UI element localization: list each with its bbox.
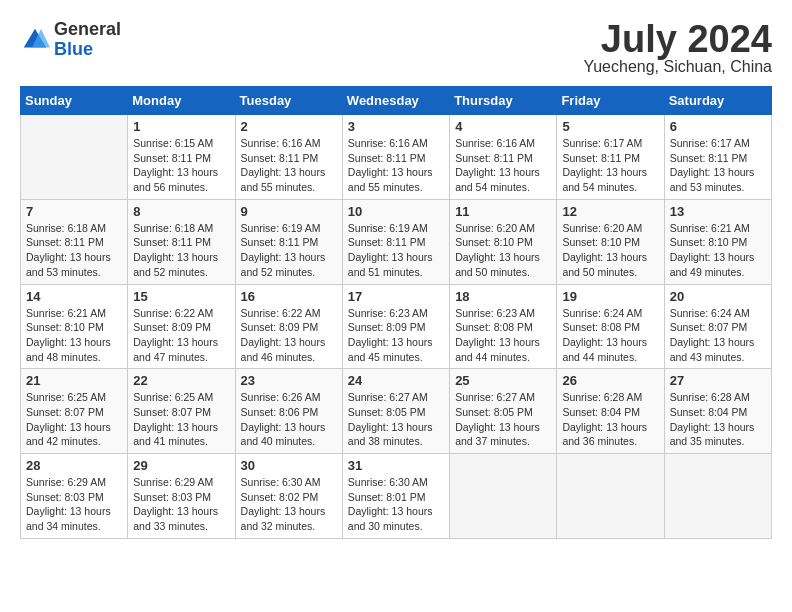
day-number: 22 xyxy=(133,373,229,388)
logo-icon xyxy=(20,25,50,55)
day-number: 30 xyxy=(241,458,337,473)
day-info: Sunrise: 6:21 AMSunset: 8:10 PMDaylight:… xyxy=(670,221,766,280)
day-info: Sunrise: 6:23 AMSunset: 8:08 PMDaylight:… xyxy=(455,306,551,365)
day-info: Sunrise: 6:22 AMSunset: 8:09 PMDaylight:… xyxy=(241,306,337,365)
day-info: Sunrise: 6:17 AMSunset: 8:11 PMDaylight:… xyxy=(670,136,766,195)
day-info: Sunrise: 6:25 AMSunset: 8:07 PMDaylight:… xyxy=(26,390,122,449)
calendar-day-cell xyxy=(450,454,557,539)
day-info: Sunrise: 6:29 AMSunset: 8:03 PMDaylight:… xyxy=(26,475,122,534)
day-number: 19 xyxy=(562,289,658,304)
day-number: 23 xyxy=(241,373,337,388)
day-info: Sunrise: 6:30 AMSunset: 8:02 PMDaylight:… xyxy=(241,475,337,534)
calendar-day-cell: 6Sunrise: 6:17 AMSunset: 8:11 PMDaylight… xyxy=(664,115,771,200)
day-number: 26 xyxy=(562,373,658,388)
calendar-week-row: 7Sunrise: 6:18 AMSunset: 8:11 PMDaylight… xyxy=(21,199,772,284)
calendar-day-cell: 1Sunrise: 6:15 AMSunset: 8:11 PMDaylight… xyxy=(128,115,235,200)
calendar-day-cell: 22Sunrise: 6:25 AMSunset: 8:07 PMDayligh… xyxy=(128,369,235,454)
day-number: 31 xyxy=(348,458,444,473)
day-info: Sunrise: 6:16 AMSunset: 8:11 PMDaylight:… xyxy=(348,136,444,195)
day-info: Sunrise: 6:18 AMSunset: 8:11 PMDaylight:… xyxy=(133,221,229,280)
weekday-header: Saturday xyxy=(664,87,771,115)
calendar-day-cell: 11Sunrise: 6:20 AMSunset: 8:10 PMDayligh… xyxy=(450,199,557,284)
calendar-day-cell: 8Sunrise: 6:18 AMSunset: 8:11 PMDaylight… xyxy=(128,199,235,284)
day-info: Sunrise: 6:22 AMSunset: 8:09 PMDaylight:… xyxy=(133,306,229,365)
calendar-day-cell: 27Sunrise: 6:28 AMSunset: 8:04 PMDayligh… xyxy=(664,369,771,454)
calendar-day-cell: 7Sunrise: 6:18 AMSunset: 8:11 PMDaylight… xyxy=(21,199,128,284)
day-number: 15 xyxy=(133,289,229,304)
day-info: Sunrise: 6:16 AMSunset: 8:11 PMDaylight:… xyxy=(241,136,337,195)
day-number: 1 xyxy=(133,119,229,134)
calendar-day-cell xyxy=(664,454,771,539)
calendar-day-cell: 12Sunrise: 6:20 AMSunset: 8:10 PMDayligh… xyxy=(557,199,664,284)
day-info: Sunrise: 6:24 AMSunset: 8:07 PMDaylight:… xyxy=(670,306,766,365)
day-info: Sunrise: 6:20 AMSunset: 8:10 PMDaylight:… xyxy=(562,221,658,280)
day-number: 3 xyxy=(348,119,444,134)
calendar-week-row: 14Sunrise: 6:21 AMSunset: 8:10 PMDayligh… xyxy=(21,284,772,369)
day-info: Sunrise: 6:24 AMSunset: 8:08 PMDaylight:… xyxy=(562,306,658,365)
day-number: 20 xyxy=(670,289,766,304)
day-info: Sunrise: 6:15 AMSunset: 8:11 PMDaylight:… xyxy=(133,136,229,195)
calendar-day-cell: 5Sunrise: 6:17 AMSunset: 8:11 PMDaylight… xyxy=(557,115,664,200)
day-info: Sunrise: 6:30 AMSunset: 8:01 PMDaylight:… xyxy=(348,475,444,534)
day-info: Sunrise: 6:27 AMSunset: 8:05 PMDaylight:… xyxy=(348,390,444,449)
calendar-day-cell: 21Sunrise: 6:25 AMSunset: 8:07 PMDayligh… xyxy=(21,369,128,454)
day-info: Sunrise: 6:21 AMSunset: 8:10 PMDaylight:… xyxy=(26,306,122,365)
day-info: Sunrise: 6:27 AMSunset: 8:05 PMDaylight:… xyxy=(455,390,551,449)
calendar-day-cell: 4Sunrise: 6:16 AMSunset: 8:11 PMDaylight… xyxy=(450,115,557,200)
day-info: Sunrise: 6:16 AMSunset: 8:11 PMDaylight:… xyxy=(455,136,551,195)
day-info: Sunrise: 6:23 AMSunset: 8:09 PMDaylight:… xyxy=(348,306,444,365)
day-info: Sunrise: 6:18 AMSunset: 8:11 PMDaylight:… xyxy=(26,221,122,280)
calendar-day-cell: 9Sunrise: 6:19 AMSunset: 8:11 PMDaylight… xyxy=(235,199,342,284)
calendar-day-cell: 25Sunrise: 6:27 AMSunset: 8:05 PMDayligh… xyxy=(450,369,557,454)
day-number: 9 xyxy=(241,204,337,219)
weekday-header: Thursday xyxy=(450,87,557,115)
calendar-day-cell: 30Sunrise: 6:30 AMSunset: 8:02 PMDayligh… xyxy=(235,454,342,539)
day-info: Sunrise: 6:25 AMSunset: 8:07 PMDaylight:… xyxy=(133,390,229,449)
calendar-week-row: 28Sunrise: 6:29 AMSunset: 8:03 PMDayligh… xyxy=(21,454,772,539)
title-block: July 2024 Yuecheng, Sichuan, China xyxy=(583,20,772,76)
logo-general: General xyxy=(54,20,121,40)
calendar-day-cell: 31Sunrise: 6:30 AMSunset: 8:01 PMDayligh… xyxy=(342,454,449,539)
day-info: Sunrise: 6:29 AMSunset: 8:03 PMDaylight:… xyxy=(133,475,229,534)
day-info: Sunrise: 6:17 AMSunset: 8:11 PMDaylight:… xyxy=(562,136,658,195)
day-number: 6 xyxy=(670,119,766,134)
logo-text: General Blue xyxy=(54,20,121,60)
day-number: 18 xyxy=(455,289,551,304)
day-number: 13 xyxy=(670,204,766,219)
month-year-title: July 2024 xyxy=(583,20,772,58)
day-number: 29 xyxy=(133,458,229,473)
day-number: 10 xyxy=(348,204,444,219)
day-info: Sunrise: 6:20 AMSunset: 8:10 PMDaylight:… xyxy=(455,221,551,280)
day-number: 12 xyxy=(562,204,658,219)
calendar-day-cell: 26Sunrise: 6:28 AMSunset: 8:04 PMDayligh… xyxy=(557,369,664,454)
calendar-day-cell: 18Sunrise: 6:23 AMSunset: 8:08 PMDayligh… xyxy=(450,284,557,369)
calendar-day-cell: 19Sunrise: 6:24 AMSunset: 8:08 PMDayligh… xyxy=(557,284,664,369)
logo-blue: Blue xyxy=(54,40,121,60)
day-info: Sunrise: 6:19 AMSunset: 8:11 PMDaylight:… xyxy=(348,221,444,280)
day-number: 21 xyxy=(26,373,122,388)
weekday-header: Monday xyxy=(128,87,235,115)
weekday-header: Sunday xyxy=(21,87,128,115)
logo: General Blue xyxy=(20,20,121,60)
calendar-day-cell: 16Sunrise: 6:22 AMSunset: 8:09 PMDayligh… xyxy=(235,284,342,369)
calendar-header-row: SundayMondayTuesdayWednesdayThursdayFrid… xyxy=(21,87,772,115)
day-number: 24 xyxy=(348,373,444,388)
day-number: 14 xyxy=(26,289,122,304)
day-number: 2 xyxy=(241,119,337,134)
page-header: General Blue July 2024 Yuecheng, Sichuan… xyxy=(20,20,772,76)
day-info: Sunrise: 6:28 AMSunset: 8:04 PMDaylight:… xyxy=(670,390,766,449)
calendar-day-cell: 23Sunrise: 6:26 AMSunset: 8:06 PMDayligh… xyxy=(235,369,342,454)
calendar-day-cell: 3Sunrise: 6:16 AMSunset: 8:11 PMDaylight… xyxy=(342,115,449,200)
day-info: Sunrise: 6:28 AMSunset: 8:04 PMDaylight:… xyxy=(562,390,658,449)
weekday-header: Friday xyxy=(557,87,664,115)
calendar-day-cell: 2Sunrise: 6:16 AMSunset: 8:11 PMDaylight… xyxy=(235,115,342,200)
weekday-header: Wednesday xyxy=(342,87,449,115)
day-number: 7 xyxy=(26,204,122,219)
calendar-day-cell: 28Sunrise: 6:29 AMSunset: 8:03 PMDayligh… xyxy=(21,454,128,539)
calendar-day-cell: 17Sunrise: 6:23 AMSunset: 8:09 PMDayligh… xyxy=(342,284,449,369)
calendar-day-cell: 15Sunrise: 6:22 AMSunset: 8:09 PMDayligh… xyxy=(128,284,235,369)
calendar-day-cell xyxy=(557,454,664,539)
calendar-day-cell: 20Sunrise: 6:24 AMSunset: 8:07 PMDayligh… xyxy=(664,284,771,369)
day-number: 17 xyxy=(348,289,444,304)
day-number: 27 xyxy=(670,373,766,388)
